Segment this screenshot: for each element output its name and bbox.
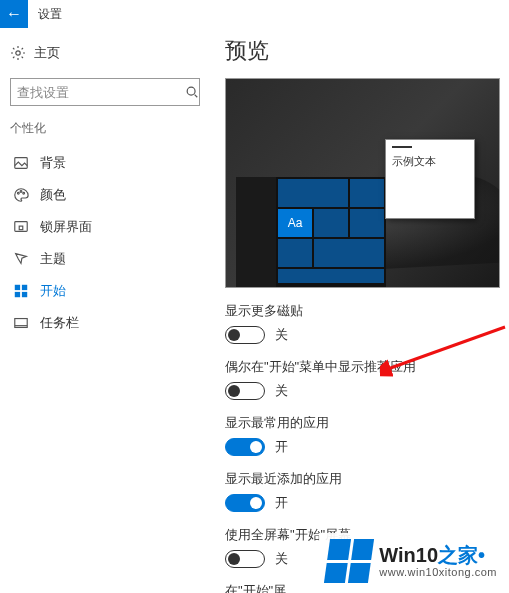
sidebar-item-background[interactable]: 背景 bbox=[10, 147, 205, 179]
sidebar-section-label: 个性化 bbox=[10, 120, 205, 137]
start-icon bbox=[12, 282, 30, 300]
setting-label: 偶尔在"开始"菜单中显示推荐应用 bbox=[225, 358, 501, 376]
back-button[interactable]: ← bbox=[0, 0, 28, 28]
svg-point-5 bbox=[23, 192, 25, 194]
sidebar-item-lockscreen[interactable]: 锁屏界面 bbox=[10, 211, 205, 243]
svg-rect-11 bbox=[22, 292, 27, 297]
svg-point-3 bbox=[17, 192, 19, 194]
sidebar-item-label: 主题 bbox=[40, 250, 66, 268]
toggle-fullscreen-start[interactable] bbox=[225, 550, 265, 568]
setting-most-used: 显示最常用的应用 开 bbox=[225, 414, 501, 456]
svg-rect-9 bbox=[22, 285, 27, 290]
setting-label: 显示更多磁贴 bbox=[225, 302, 501, 320]
toggle-suggestions[interactable] bbox=[225, 382, 265, 400]
main-content: 预览 Aa 示例文本 显示更多磁贴 bbox=[205, 28, 509, 593]
sample-text: 示例文本 bbox=[392, 154, 468, 169]
svg-rect-10 bbox=[15, 292, 20, 297]
toggle-recently-added[interactable] bbox=[225, 494, 265, 512]
window-title: 设置 bbox=[38, 6, 62, 23]
titlebar: ← 设置 bbox=[0, 0, 509, 28]
image-icon bbox=[12, 154, 30, 172]
svg-point-4 bbox=[20, 191, 22, 193]
start-preview: Aa 示例文本 bbox=[225, 78, 500, 288]
setting-label: 显示最近添加的应用 bbox=[225, 470, 501, 488]
setting-suggestions: 偶尔在"开始"菜单中显示推荐应用 关 bbox=[225, 358, 501, 400]
aa-tile: Aa bbox=[278, 209, 312, 237]
taskbar-icon bbox=[12, 314, 30, 332]
preview-start-menu: Aa bbox=[236, 177, 386, 287]
sidebar-item-label: 背景 bbox=[40, 154, 66, 172]
back-arrow-icon: ← bbox=[6, 5, 22, 23]
palette-icon bbox=[12, 186, 30, 204]
watermark-title: Win10之家• bbox=[379, 544, 497, 566]
page-title: 预览 bbox=[225, 36, 501, 66]
search-icon bbox=[185, 85, 199, 99]
svg-rect-7 bbox=[19, 226, 23, 230]
sidebar-item-taskbar[interactable]: 任务栏 bbox=[10, 307, 205, 339]
sidebar-item-label: 任务栏 bbox=[40, 314, 79, 332]
sidebar-item-themes[interactable]: 主题 bbox=[10, 243, 205, 275]
svg-rect-8 bbox=[15, 285, 20, 290]
sidebar-home-label: 主页 bbox=[34, 44, 60, 62]
lock-screen-icon bbox=[12, 218, 30, 236]
gear-icon bbox=[10, 45, 26, 61]
search-box[interactable] bbox=[10, 78, 200, 106]
search-input[interactable] bbox=[17, 85, 185, 100]
sidebar-home[interactable]: 主页 bbox=[10, 38, 205, 68]
setting-label: 显示最常用的应用 bbox=[225, 414, 501, 432]
toggle-state: 开 bbox=[275, 494, 288, 512]
theme-icon bbox=[12, 250, 30, 268]
toggle-state: 关 bbox=[275, 382, 288, 400]
sidebar-item-start[interactable]: 开始 bbox=[10, 275, 205, 307]
sidebar-item-label: 颜色 bbox=[40, 186, 66, 204]
sidebar-nav: 背景 颜色 锁屏界面 主题 bbox=[10, 147, 205, 339]
sidebar-item-label: 开始 bbox=[40, 282, 66, 300]
sidebar: 主页 个性化 背景 颜色 bbox=[0, 28, 205, 593]
setting-more-tiles: 显示更多磁贴 关 bbox=[225, 302, 501, 344]
sidebar-item-colors[interactable]: 颜色 bbox=[10, 179, 205, 211]
preview-sample-window: 示例文本 bbox=[385, 139, 475, 219]
toggle-more-tiles[interactable] bbox=[225, 326, 265, 344]
toggle-most-used[interactable] bbox=[225, 438, 265, 456]
watermark: Win10之家• www.win10xitong.com bbox=[319, 533, 505, 589]
setting-recently-added: 显示最近添加的应用 开 bbox=[225, 470, 501, 512]
windows-logo-icon bbox=[324, 539, 374, 583]
toggle-state: 开 bbox=[275, 438, 288, 456]
svg-point-1 bbox=[187, 87, 195, 95]
svg-point-0 bbox=[16, 51, 20, 55]
toggle-state: 关 bbox=[275, 550, 288, 568]
sidebar-item-label: 锁屏界面 bbox=[40, 218, 92, 236]
toggle-state: 关 bbox=[275, 326, 288, 344]
watermark-url: www.win10xitong.com bbox=[379, 566, 497, 578]
